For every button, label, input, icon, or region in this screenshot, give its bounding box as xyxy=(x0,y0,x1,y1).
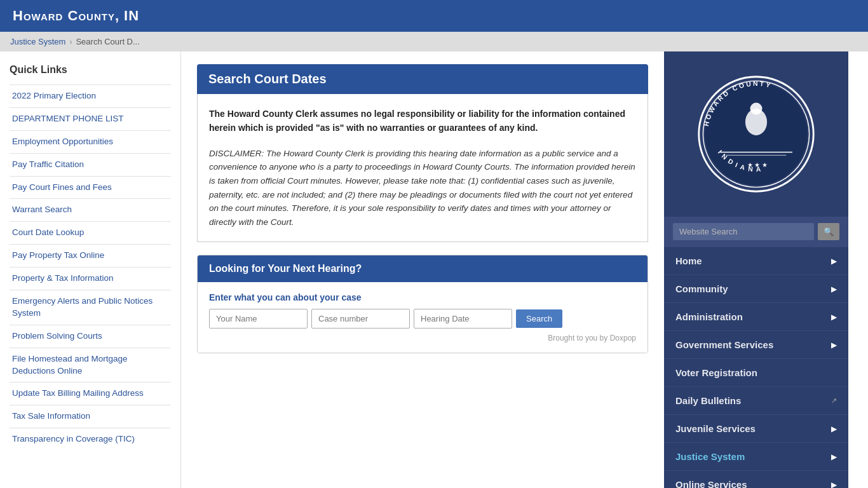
name-input[interactable] xyxy=(209,309,308,329)
sidebar-list-item: Update Tax Billing Mailing Address xyxy=(10,382,171,405)
sidebar-list-item: Pay Traffic Citation xyxy=(10,153,171,176)
sidebar-link[interactable]: File Homestead and Mortgage Deductions O… xyxy=(10,348,171,383)
sidebar-list-item: Court Date Lookup xyxy=(10,221,171,244)
sidebar-link[interactable]: Pay Property Tax Online xyxy=(10,245,171,267)
right-nav-label: Administration xyxy=(675,311,743,322)
county-seal-area: HOWARD COUNTY INDIANA ★ ★ ★ xyxy=(664,51,848,217)
nav-arrow-icon: ▶ xyxy=(831,424,837,433)
site-title: Howard County, IN xyxy=(13,8,139,24)
sidebar-links: 2022 Primary ElectionDEPARTMENT PHONE LI… xyxy=(10,85,171,451)
disclaimer-italic: DISCLAIMER: The Howard County Clerk is p… xyxy=(209,147,636,229)
breadcrumb: Justice System › Search Court D... xyxy=(0,32,868,51)
header: Howard County, IN xyxy=(0,0,868,32)
county-seal: HOWARD COUNTY INDIANA ★ ★ ★ xyxy=(696,74,817,194)
right-nav-item[interactable]: Daily Bulletins↗ xyxy=(664,386,848,414)
sidebar-list-item: File Homestead and Mortgage Deductions O… xyxy=(10,348,171,383)
search-form-body: Enter what you can about your case Searc… xyxy=(198,282,648,353)
sidebar-link[interactable]: Warrant Search xyxy=(10,199,171,221)
right-nav-label: Voter Registration xyxy=(675,367,757,378)
sidebar-link[interactable]: DEPARTMENT PHONE LIST xyxy=(10,108,171,130)
right-nav-item[interactable]: Community▶ xyxy=(664,274,848,302)
search-inputs: Search xyxy=(209,309,636,329)
page-title: Search Court Dates xyxy=(208,72,637,86)
external-link-icon: ↗ xyxy=(831,396,837,405)
right-nav-item[interactable]: Juvenile Services▶ xyxy=(664,414,848,442)
sidebar-list-item: Pay Property Tax Online xyxy=(10,244,171,267)
nav-arrow-icon: ▶ xyxy=(831,313,837,322)
breadcrumb-current: Search Court D... xyxy=(76,37,139,46)
website-search-input[interactable] xyxy=(673,223,814,240)
sidebar-link[interactable]: Court Date Lookup xyxy=(10,222,171,244)
search-section: Looking for Your Next Hearing? Enter wha… xyxy=(197,255,648,353)
doxpop-credit: Brought to you by Doxpop xyxy=(209,334,636,342)
search-button[interactable]: Search xyxy=(516,309,562,328)
breadcrumb-separator: › xyxy=(69,37,72,46)
nav-arrow-icon: ▶ xyxy=(831,341,837,349)
right-nav-label: Daily Bulletins xyxy=(675,395,741,406)
website-search-bar: 🔍 xyxy=(664,217,848,247)
search-subheading: Enter what you can about your case xyxy=(209,292,636,302)
sidebar-list-item: Problem Solving Courts xyxy=(10,325,171,348)
right-nav-item[interactable]: Justice System▶ xyxy=(664,442,848,470)
main-content: Search Court Dates The Howard County Cle… xyxy=(181,51,664,488)
nav-arrow-icon: ▶ xyxy=(831,452,837,461)
sidebar-link[interactable]: Pay Court Fines and Fees xyxy=(10,177,171,199)
breadcrumb-link-justice[interactable]: Justice System xyxy=(10,37,65,46)
right-nav-label: Community xyxy=(675,283,728,294)
right-nav: Home▶Community▶Administration▶Government… xyxy=(664,247,848,488)
sidebar-list-item: DEPARTMENT PHONE LIST xyxy=(10,107,171,130)
sidebar-list-item: Transparency in Coverage (TIC) xyxy=(10,428,171,451)
sidebar-link[interactable]: Update Tax Billing Mailing Address xyxy=(10,383,171,405)
sidebar-list-item: 2022 Primary Election xyxy=(10,85,171,107)
layout: Quick Links 2022 Primary ElectionDEPARTM… xyxy=(0,51,868,488)
right-nav-item[interactable]: Government Services▶ xyxy=(664,330,848,358)
sidebar-link[interactable]: Property & Tax Information xyxy=(10,268,171,290)
search-section-header: Looking for Your Next Hearing? xyxy=(198,255,648,282)
disclaimer-box: The Howard County Clerk assumes no legal… xyxy=(197,94,648,242)
right-nav-item[interactable]: Administration▶ xyxy=(664,302,848,330)
sidebar-list-item: Property & Tax Information xyxy=(10,267,171,290)
nav-arrow-icon: ▶ xyxy=(831,257,837,266)
sidebar-heading: Quick Links xyxy=(10,64,171,76)
website-search-button[interactable]: 🔍 xyxy=(818,223,839,240)
sidebar-list-item: Pay Court Fines and Fees xyxy=(10,176,171,199)
right-nav-label: Justice System xyxy=(675,451,745,462)
sidebar-list-item: Employment Opportunities xyxy=(10,130,171,153)
right-nav-item[interactable]: Online Services▶ xyxy=(664,470,848,488)
svg-point-6 xyxy=(750,103,763,115)
right-nav-item[interactable]: Home▶ xyxy=(664,247,848,274)
sidebar-link[interactable]: Problem Solving Courts xyxy=(10,325,171,348)
disclaimer-bold: The Howard County Clerk assumes no legal… xyxy=(209,107,636,135)
sidebar-link[interactable]: Transparency in Coverage (TIC) xyxy=(10,428,171,451)
right-nav-label: Home xyxy=(675,255,702,266)
sidebar-list-item: Emergency Alerts and Public Notices Syst… xyxy=(10,290,171,325)
sidebar-link[interactable]: Tax Sale Information xyxy=(10,405,171,428)
case-number-input[interactable] xyxy=(311,309,410,329)
sidebar-list-item: Warrant Search xyxy=(10,198,171,221)
sidebar-link[interactable]: Emergency Alerts and Public Notices Syst… xyxy=(10,290,171,325)
search-section-title: Looking for Your Next Hearing? xyxy=(209,263,636,274)
right-nav-label: Government Services xyxy=(675,339,773,350)
sidebar-link[interactable]: 2022 Primary Election xyxy=(10,85,171,107)
sidebar-link[interactable]: Employment Opportunities xyxy=(10,131,171,153)
sidebar-list-item: Tax Sale Information xyxy=(10,405,171,428)
right-nav-item[interactable]: Voter Registration xyxy=(664,358,848,386)
sidebar: Quick Links 2022 Primary ElectionDEPARTM… xyxy=(0,51,181,488)
page-title-bar: Search Court Dates xyxy=(197,64,648,94)
nav-arrow-icon: ▶ xyxy=(831,480,837,489)
right-sidebar: HOWARD COUNTY INDIANA ★ ★ ★ xyxy=(664,51,848,488)
nav-arrow-icon: ▶ xyxy=(831,285,837,294)
right-nav-label: Online Services xyxy=(675,479,747,488)
hearing-date-input[interactable] xyxy=(414,309,512,329)
right-nav-label: Juvenile Services xyxy=(675,423,756,434)
sidebar-link[interactable]: Pay Traffic Citation xyxy=(10,154,171,176)
svg-text:★ ★ ★: ★ ★ ★ xyxy=(747,161,768,168)
